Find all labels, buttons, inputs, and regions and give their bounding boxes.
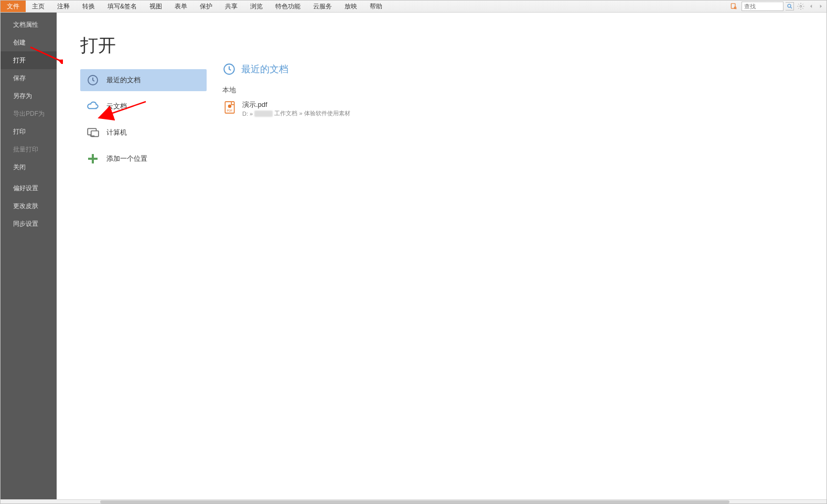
location-label: 计算机 — [106, 128, 127, 137]
menu-protect[interactable]: 保护 — [194, 1, 219, 12]
sidebar-item-sync[interactable]: 同步设置 — [1, 215, 57, 233]
menu-convert[interactable]: 转换 — [76, 1, 101, 12]
search-input[interactable] — [742, 2, 783, 11]
menu-comment[interactable]: 注释 — [51, 1, 76, 12]
file-path: D: » ████ 工作文档 » 体验软件使用素材 — [242, 109, 350, 117]
clock-icon — [222, 62, 236, 76]
menubar: 文件 主页 注释 转换 填写&签名 视图 表单 保护 共享 浏览 特色功能 云服… — [1, 1, 826, 13]
svg-text:PDF: PDF — [227, 109, 233, 112]
sidebar-item-skin[interactable]: 更改皮肤 — [1, 197, 57, 215]
pdf-icon: PDF — [222, 100, 237, 115]
sidebar-item-create[interactable]: 创建 — [1, 34, 57, 51]
svg-rect-8 — [88, 158, 98, 160]
menu-form[interactable]: 表单 — [168, 1, 194, 12]
sidebar-item-batchprint: 批量打印 — [1, 140, 57, 158]
sidebar-item-close[interactable]: 关闭 — [1, 158, 57, 176]
location-cloud[interactable]: 云文档 — [80, 95, 207, 117]
section-header: 最近的文档 — [222, 62, 826, 76]
center-panel: 打开 最近的文档 云文档 计算机 — [57, 13, 207, 499]
menu-file[interactable]: 文件 — [1, 1, 26, 12]
clock-icon — [85, 73, 100, 87]
cloud-icon — [85, 99, 100, 114]
sidebar-item-exportpdf: 导出PDF为 — [1, 105, 57, 123]
location-label: 云文档 — [106, 102, 127, 111]
scrollbar-thumb[interactable] — [100, 500, 729, 503]
plus-icon — [85, 151, 100, 166]
location-label: 最近的文档 — [106, 75, 141, 85]
nav-forward-icon[interactable] — [817, 2, 824, 11]
sidebar-item-save[interactable]: 保存 — [1, 69, 57, 87]
menu-play[interactable]: 放映 — [338, 1, 363, 12]
file-name: 演示.pdf — [242, 100, 350, 109]
svg-point-13 — [228, 105, 232, 108]
gear-icon[interactable] — [796, 2, 805, 11]
sidebar-item-saveas[interactable]: 另存为 — [1, 87, 57, 105]
section-title: 最近的文档 — [241, 63, 288, 75]
menu-browse[interactable]: 浏览 — [244, 1, 269, 12]
recent-file-item[interactable]: PDF 演示.pdf D: » ████ 工作文档 » 体验软件使用素材 — [222, 98, 826, 119]
sidebar-item-print[interactable]: 打印 — [1, 123, 57, 140]
menu-cloud[interactable]: 云服务 — [307, 1, 338, 12]
sidebar-item-preferences[interactable]: 偏好设置 — [1, 179, 57, 197]
page-title: 打开 — [80, 34, 207, 58]
sidebar-item-open[interactable]: 打开 — [1, 51, 57, 69]
computer-icon — [85, 125, 100, 140]
menu-home[interactable]: 主页 — [26, 1, 51, 12]
location-recent[interactable]: 最近的文档 — [80, 69, 207, 91]
location-add[interactable]: 添加一个位置 — [80, 148, 207, 170]
menubar-right — [729, 1, 824, 12]
menu-feature[interactable]: 特色功能 — [269, 1, 307, 12]
nav-back-icon[interactable] — [808, 2, 815, 11]
svg-rect-0 — [731, 4, 735, 8]
menu-share[interactable]: 共享 — [219, 1, 244, 12]
find-in-page-icon[interactable] — [729, 2, 738, 11]
menu-fillsign[interactable]: 填写&签名 — [101, 1, 143, 12]
svg-point-3 — [800, 5, 802, 7]
right-content: 最近的文档 本地 PDF 演示.pdf D: » ████ 工作文档 » 体验软… — [207, 13, 826, 499]
svg-point-2 — [788, 4, 791, 7]
sidebar-item-properties[interactable]: 文档属性 — [1, 16, 57, 34]
menu-view[interactable]: 视图 — [143, 1, 168, 12]
sidebar: 文档属性 创建 打开 保存 另存为 导出PDF为 打印 批量打印 关闭 偏好设置… — [1, 13, 57, 499]
horizontal-scrollbar[interactable] — [1, 499, 826, 503]
location-label: 添加一个位置 — [106, 154, 147, 163]
search-icon[interactable] — [786, 2, 794, 10]
location-computer[interactable]: 计算机 — [80, 122, 207, 144]
menu-help[interactable]: 帮助 — [363, 1, 389, 12]
local-label: 本地 — [222, 85, 826, 95]
